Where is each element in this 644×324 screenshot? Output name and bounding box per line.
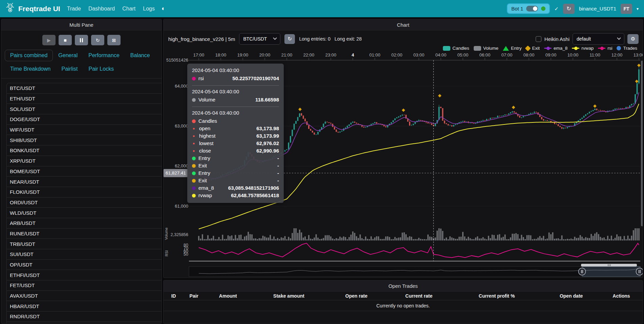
pair-row-avax[interactable]: AVAX/USDT	[7, 291, 162, 301]
pair-row-trb[interactable]: TRB/USDT	[7, 239, 162, 249]
datazoom-right-handle[interactable]	[636, 268, 643, 275]
svg-text:61,827.41: 61,827.41	[166, 170, 186, 176]
legend-ema_8[interactable]: ema_8	[544, 46, 567, 51]
tab-pairlist[interactable]: Pairlist	[56, 63, 83, 75]
nav-link-chart[interactable]: Chart	[122, 6, 135, 12]
svg-text:12:00: 12:00	[611, 52, 623, 57]
tooltip-series-name: open	[199, 125, 210, 132]
pair-row-ar[interactable]: AR/USDT	[7, 322, 162, 324]
pair-row-arb[interactable]: ARB/USDT	[7, 218, 162, 229]
column-header-current-rate: Current rate	[387, 293, 451, 299]
tooltip-row: lowest62,976.02	[192, 140, 279, 147]
pair-row-sui[interactable]: SUI/USDT	[7, 249, 162, 260]
tab-time-breakdown[interactable]: Time Breakdown	[5, 63, 56, 75]
pair-row-fet[interactable]: FET/USDT	[7, 280, 162, 291]
pair-row-btc[interactable]: BTC/USDT	[7, 83, 162, 94]
series-dot-icon	[192, 164, 196, 168]
pair-row-rune[interactable]: RUNE/USDT	[7, 229, 162, 239]
tooltip-row: Volume118.66598	[192, 96, 279, 103]
pair-row-xrp[interactable]: XRP/USDT	[7, 156, 162, 166]
svg-text:62,000: 62,000	[175, 163, 188, 168]
tooltip-series-value: 62,990.96	[256, 147, 279, 155]
chevron-down-icon[interactable]: ▾	[637, 6, 639, 11]
tab-performance[interactable]: Performance	[83, 50, 125, 61]
pair-row-bonk[interactable]: BONK/USDT	[7, 145, 162, 156]
svg-text:4: 4	[351, 52, 354, 57]
column-header-amount: Amount	[204, 293, 252, 299]
legend-entry[interactable]: Entry	[503, 46, 522, 51]
reload-button[interactable]: ↻	[91, 35, 104, 45]
chart-title: Chart	[164, 19, 643, 30]
pair-row-op[interactable]: OP/USDT	[7, 260, 162, 270]
tooltip-row: Candles	[192, 117, 279, 125]
legend-rvwap[interactable]: rvwap	[572, 46, 594, 51]
tooltip-series-name: lowest	[199, 140, 214, 147]
pair-row-ordi[interactable]: ORDI/USDT	[7, 198, 162, 208]
pair-row-shib[interactable]: SHIB/USDT	[7, 135, 162, 145]
open-trades-panel: Open Trades IDPairAmountStake amountOpen…	[163, 280, 643, 324]
volume-swatch-icon	[474, 46, 481, 51]
svg-text:08:00: 08:00	[523, 52, 535, 57]
theme-toggle-icon[interactable]: ◐	[162, 5, 165, 12]
pair-row-wif[interactable]: WIF/USDT	[7, 125, 162, 135]
tab-balance[interactable]: Balance	[125, 50, 155, 61]
plot-config-select[interactable]: default	[573, 33, 624, 45]
pair-row-sol[interactable]: SOL/USDT	[7, 104, 162, 114]
tab-pairs-combined[interactable]: Pairs combined	[5, 50, 53, 61]
check-icon[interactable]: ✓	[554, 6, 559, 12]
legend-exit[interactable]: Exit	[526, 46, 540, 51]
brand[interactable]: Freqtrade UI	[5, 3, 60, 15]
tab-pair-locks[interactable]: Pair Locks	[83, 63, 119, 75]
stop-button[interactable]: ■	[59, 35, 72, 45]
nav-link-dashboard[interactable]: Dashboard	[88, 6, 115, 12]
series-dot-icon	[192, 119, 196, 123]
bot-selector[interactable]: Bot 1	[507, 3, 550, 14]
datazoom-left-handle[interactable]	[579, 268, 586, 275]
legend-rsi[interactable]: rsi	[598, 46, 612, 51]
legend-trades[interactable]: Trades	[617, 46, 637, 51]
tooltip-series-name: Entry	[198, 169, 210, 177]
long-entries-count: Long entries: 0	[299, 36, 330, 42]
pause-button[interactable]	[75, 35, 88, 45]
nav-link-trade[interactable]: Trade	[67, 6, 81, 12]
svg-text:13:00: 13:00	[634, 52, 643, 57]
legend-volume[interactable]: Volume	[474, 46, 498, 51]
tooltip-series-name: Exit	[198, 177, 207, 184]
refresh-chart-button[interactable]: ↻	[284, 34, 295, 44]
nav-link-logs[interactable]: Logs	[143, 6, 155, 12]
svg-text:05:00: 05:00	[457, 52, 469, 57]
tooltip-series-value: 62,976.02	[256, 140, 279, 147]
bot-toggle[interactable]	[526, 6, 538, 11]
tooltip-row: Exit-	[192, 177, 279, 184]
tooltip-section: 2024-05-04 03:40:00Candlesopen63,173.98h…	[192, 107, 279, 199]
pair-row-ethfi[interactable]: ETHFI/USDT	[7, 270, 162, 280]
svg-text:06:00: 06:00	[479, 52, 491, 57]
pair-row-bome[interactable]: BOME/USDT	[7, 166, 162, 177]
pair-row-eth[interactable]: ETH/USDT	[7, 94, 162, 104]
series-dot-icon	[192, 171, 196, 175]
tooltip-date: 2024-05-04 03:40:00	[192, 89, 279, 94]
avatar[interactable]: FT	[621, 4, 632, 14]
pair-row-rndr[interactable]: RNDR/USDT	[7, 311, 162, 322]
heikin-ashi-checkbox[interactable]	[536, 36, 541, 42]
reload-bot-button[interactable]: ↻	[563, 4, 575, 14]
play-button[interactable]: ▶	[42, 35, 56, 45]
pair-row-floki[interactable]: FLOKI/USDT	[7, 187, 162, 198]
chart-controls: high_frog_binance_v226 | 5m BTC/USDT ↻ L…	[168, 33, 639, 45]
chevron-down-icon	[617, 36, 621, 40]
tooltip-row: Entry-	[192, 169, 279, 177]
tab-general[interactable]: General	[53, 50, 83, 61]
plot-settings-button[interactable]: ⚙	[627, 34, 639, 44]
pair-row-doge[interactable]: DOGE/USDT	[7, 114, 162, 125]
chart-tooltip: 2024-05-04 03:40:00rsi50.225770201907042…	[187, 64, 284, 203]
legend-candles[interactable]: Candles	[443, 46, 469, 51]
pair-row-near[interactable]: NEAR/USDT	[7, 177, 162, 187]
pair-select[interactable]: BTC/USDT	[239, 33, 280, 45]
series-dot-icon	[192, 98, 196, 102]
series-dot-icon	[192, 157, 196, 160]
pair-row-wld[interactable]: WLD/USDT	[7, 208, 162, 218]
pair-row-hbar[interactable]: HBAR/USDT	[7, 301, 162, 311]
clear-button[interactable]: ⊠	[107, 35, 121, 45]
legend-label: Volume	[483, 46, 498, 51]
tooltip-series-name: Candles	[198, 117, 217, 125]
